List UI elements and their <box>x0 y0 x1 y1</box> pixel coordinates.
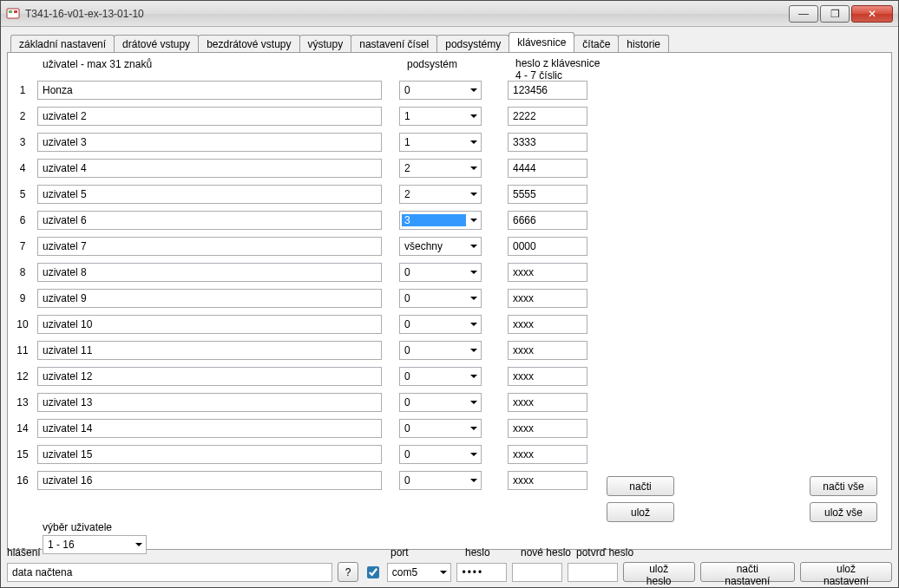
password-field[interactable]: •••• <box>456 563 506 582</box>
user-name-input[interactable] <box>37 341 382 360</box>
tab-čítače[interactable]: čítače <box>574 35 619 53</box>
maximize-button[interactable]: ❐ <box>820 5 850 23</box>
tab-klávesnice[interactable]: klávesnice <box>509 32 574 52</box>
user-name-input[interactable] <box>37 315 382 334</box>
subsystem-combo[interactable]: 0 <box>399 419 482 438</box>
keypad-password-input[interactable] <box>508 237 587 256</box>
subsystem-combo[interactable]: všechny <box>399 237 482 256</box>
subsystem-combo[interactable]: 0 <box>399 81 482 100</box>
chevron-down-icon <box>466 472 481 489</box>
keypad-password-input[interactable] <box>508 315 587 334</box>
subsystem-combo[interactable]: 2 <box>399 159 482 178</box>
subsystem-combo[interactable]: 0 <box>399 445 482 464</box>
user-name-input[interactable] <box>37 289 382 308</box>
subsystem-combo[interactable]: 0 <box>399 367 482 386</box>
save-settings-button[interactable]: ulož nastavení <box>800 562 892 582</box>
user-name-input[interactable] <box>37 393 382 412</box>
row-number: 9 <box>8 292 37 304</box>
user-name-input[interactable] <box>37 81 382 100</box>
keypad-password-input[interactable] <box>508 185 587 204</box>
keypad-password-input[interactable] <box>508 341 587 360</box>
subsystem-combo[interactable]: 0 <box>399 315 482 334</box>
chevron-down-icon <box>466 134 481 151</box>
window-title: T341-16-v01-ex-13-01-10 <box>25 8 787 20</box>
subsystem-combo[interactable]: 0 <box>399 393 482 412</box>
newpass-label: nové heslo <box>521 546 571 559</box>
row-number: 1 <box>8 84 37 96</box>
svg-rect-2 <box>14 10 17 13</box>
keypad-password-input[interactable] <box>508 263 587 282</box>
subsystem-combo[interactable]: 0 <box>399 471 482 490</box>
user-name-input[interactable] <box>37 185 382 204</box>
subsystem-combo[interactable]: 0 <box>399 289 482 308</box>
keypad-password-input[interactable] <box>508 393 587 412</box>
keypad-password-input[interactable] <box>508 367 587 386</box>
user-name-input[interactable] <box>37 237 382 256</box>
tab-výstupy[interactable]: výstupy <box>299 35 352 53</box>
chevron-down-icon <box>466 368 481 385</box>
keypad-password-input[interactable] <box>508 107 587 126</box>
user-name-input[interactable] <box>37 445 382 464</box>
message-field[interactable] <box>7 563 332 582</box>
confpass-label: potvrď heslo <box>576 546 633 559</box>
user-name-input[interactable] <box>37 107 382 126</box>
help-button[interactable]: ? <box>338 562 358 582</box>
user-name-input[interactable] <box>37 367 382 386</box>
tab-bezdrátové-vstupy[interactable]: bezdrátové vstupy <box>198 35 299 53</box>
subsystem-combo[interactable]: 0 <box>399 341 482 360</box>
subsystem-combo[interactable]: 2 <box>399 185 482 204</box>
tab-základní-nastavení[interactable]: základní nastavení <box>10 35 115 53</box>
svg-rect-1 <box>9 10 12 13</box>
port-enabled-checkbox[interactable] <box>367 566 379 578</box>
user-name-input[interactable] <box>37 159 382 178</box>
tab-historie[interactable]: historie <box>618 35 669 53</box>
tab-podsystémy[interactable]: podsystémy <box>436 35 509 53</box>
read-all-button[interactable]: načti vše <box>810 476 877 496</box>
keypad-password-input[interactable] <box>508 211 587 230</box>
keypad-password-input[interactable] <box>508 289 587 308</box>
header-subsystem: podsystém <box>407 58 457 70</box>
port-combo[interactable]: com5 <box>387 563 452 582</box>
chevron-down-icon <box>466 264 481 281</box>
keypad-password-input[interactable] <box>508 133 587 152</box>
subsystem-combo[interactable]: 1 <box>399 107 482 126</box>
keypad-password-input[interactable] <box>508 419 587 438</box>
tab-drátové-vstupy[interactable]: drátové vstupy <box>114 35 199 53</box>
user-name-input[interactable] <box>37 419 382 438</box>
user-row: 63 <box>8 207 891 233</box>
user-row: 7všechny <box>8 233 891 259</box>
user-name-input[interactable] <box>37 133 382 152</box>
user-name-input[interactable] <box>37 211 382 230</box>
keypad-password-input[interactable] <box>508 471 587 490</box>
subsystem-combo[interactable]: 1 <box>399 133 482 152</box>
user-row: 120 <box>8 363 891 389</box>
row-number: 11 <box>8 344 37 356</box>
chevron-down-icon <box>466 420 481 437</box>
read-settings-button[interactable]: načti nastavení <box>700 562 795 582</box>
bottom-panel: hlášení port heslo nové heslo potvrď hes… <box>1 546 898 582</box>
subsystem-combo[interactable]: 0 <box>399 263 482 282</box>
keypad-password-input[interactable] <box>508 445 587 464</box>
new-password-field[interactable] <box>512 563 562 582</box>
close-button[interactable]: ✕ <box>851 5 893 23</box>
tab-nastavení-čísel[interactable]: nastavení čísel <box>351 35 437 53</box>
save-password-button[interactable]: ulož heslo <box>623 562 695 582</box>
row-number: 13 <box>8 396 37 408</box>
save-button[interactable]: ulož <box>607 502 674 522</box>
subsystem-combo[interactable]: 3 <box>399 211 482 230</box>
header-user: uživatel - max 31 znaků <box>43 58 152 70</box>
minimize-button[interactable]: — <box>789 5 818 23</box>
save-all-button[interactable]: ulož vše <box>810 502 877 522</box>
port-label: port <box>390 546 409 559</box>
user-row: 100 <box>8 311 891 337</box>
row-number: 5 <box>8 188 37 200</box>
confirm-password-field[interactable] <box>568 563 618 582</box>
keypad-password-input[interactable] <box>508 159 587 178</box>
read-button[interactable]: načti <box>607 476 674 496</box>
chevron-down-icon <box>466 446 481 463</box>
user-row: 150 <box>8 441 891 467</box>
user-name-input[interactable] <box>37 263 382 282</box>
main-window: T341-16-v01-ex-13-01-10 — ❐ ✕ základní n… <box>0 0 899 588</box>
user-name-input[interactable] <box>37 471 382 490</box>
keypad-password-input[interactable] <box>508 81 587 100</box>
